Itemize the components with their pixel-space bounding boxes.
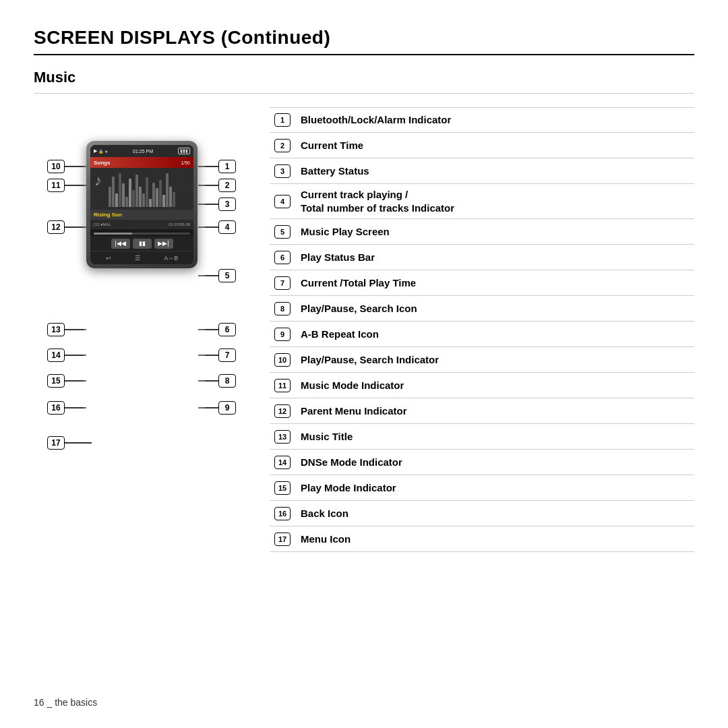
ref-num-box-17: 17 xyxy=(274,533,291,546)
callout-box-3: 3 xyxy=(218,198,236,211)
callout-1: 1 xyxy=(205,160,236,173)
callout-box-12: 12 xyxy=(47,220,65,234)
callout-box-4: 4 xyxy=(218,220,236,234)
ref-row-14: 14DNSe Mode Indicator xyxy=(270,450,694,475)
ref-row-9: 9A-B Repeat Icon xyxy=(270,322,694,347)
vis-bars xyxy=(94,171,190,207)
callout-box-2: 2 xyxy=(218,179,236,192)
ref-num-box-15: 15 xyxy=(274,481,291,495)
ref-num-box-8: 8 xyxy=(274,302,291,315)
callout-11: 11 xyxy=(47,179,84,192)
callout-line-7 xyxy=(205,355,218,356)
progress-bar-fill xyxy=(94,233,132,235)
section-title: Music xyxy=(34,69,694,86)
callout-box-10: 10 xyxy=(47,160,65,173)
ref-row-6: 6Play Status Bar xyxy=(270,245,694,270)
callout-box-14: 14 xyxy=(47,348,65,362)
ref-row-1: 1Bluetooth/Lock/Alarm Indicator xyxy=(270,107,694,133)
callout-box-9: 9 xyxy=(218,401,236,415)
ref-label-13: Music Title xyxy=(295,424,694,449)
content-area: 10 11 12 13 xyxy=(34,107,694,684)
back-icon[interactable]: ↩ xyxy=(106,255,111,262)
callout-17: 17 xyxy=(47,436,92,450)
ref-num-box-9: 9 xyxy=(274,328,291,341)
ref-row-15: 15Play Mode Indicator xyxy=(270,475,694,501)
device-screen-outer: ▶ 🔒 ★ 01:25 PM ▮▮▮ Songs 1/50 xyxy=(86,141,198,268)
callout-7: 7 xyxy=(205,348,236,362)
next-button[interactable]: ▶▶| xyxy=(154,239,173,249)
screen-title-bar: Songs 1/50 xyxy=(90,157,193,168)
ref-num-box-10: 10 xyxy=(274,353,291,367)
ref-num-cell-14: 14 xyxy=(270,450,295,475)
callout-line-15 xyxy=(65,380,84,382)
ref-num-box-3: 3 xyxy=(274,164,291,178)
section-divider xyxy=(34,93,694,94)
ref-num-cell-5: 5 xyxy=(270,219,295,244)
ref-num-cell-13: 13 xyxy=(270,424,295,449)
callout-3: 3 xyxy=(205,198,236,211)
device-mockup: ▶ 🔒 ★ 01:25 PM ▮▮▮ Songs 1/50 xyxy=(86,141,198,268)
ref-num-cell-1: 1 xyxy=(270,108,295,132)
callout-line-9 xyxy=(205,407,218,408)
ref-num-box-13: 13 xyxy=(274,430,291,444)
menu-icon[interactable]: ☰ xyxy=(135,255,140,262)
callout-box-13: 13 xyxy=(47,323,65,336)
ref-label-6: Play Status Bar xyxy=(295,245,694,270)
callout-line-14 xyxy=(65,355,84,356)
progress-bar-bg xyxy=(94,233,190,235)
ref-num-cell-2: 2 xyxy=(270,133,295,158)
ref-row-7: 7Current /Total Play Time xyxy=(270,270,694,296)
ref-label-12: Parent Menu Indicator xyxy=(295,398,694,423)
callout-13: 13 xyxy=(47,323,84,336)
ref-num-cell-8: 8 xyxy=(270,296,295,321)
ref-label-3: Battery Status xyxy=(295,158,694,183)
ref-num-box-1: 1 xyxy=(274,113,291,127)
ref-row-3: 3Battery Status xyxy=(270,158,694,184)
ref-num-cell-7: 7 xyxy=(270,270,295,295)
callout-2: 2 xyxy=(205,179,236,192)
callout-box-17: 17 xyxy=(47,436,65,450)
ab-repeat-icon[interactable]: A↔B xyxy=(164,255,178,262)
callout-line-17 xyxy=(65,442,92,444)
ref-num-box-11: 11 xyxy=(274,379,291,392)
callout-4: 4 xyxy=(205,220,236,234)
ref-label-16: Back Icon xyxy=(295,501,694,526)
callout-line-16 xyxy=(65,407,84,408)
ref-row-4: 4Current track playing /Total number of … xyxy=(270,184,694,219)
callout-14: 14 xyxy=(47,348,84,362)
ref-label-10: Play/Pause, Search Indicator xyxy=(295,347,694,372)
callout-line-4 xyxy=(205,226,218,228)
play-pause-button[interactable]: ▮▮ xyxy=(133,239,152,249)
callout-box-1: 1 xyxy=(218,160,236,173)
ref-label-11: Music Mode Indicator xyxy=(295,373,694,398)
callout-line-10 xyxy=(65,166,84,167)
callout-8: 8 xyxy=(205,374,236,388)
screen-title-text: Songs xyxy=(94,160,110,166)
ref-label-2: Current Time xyxy=(295,133,694,158)
callout-box-8: 8 xyxy=(218,374,236,388)
callout-line-5 xyxy=(205,275,218,276)
ref-row-16: 16Back Icon xyxy=(270,501,694,526)
screen-status-bar: ▶ 🔒 ★ 01:25 PM ▮▮▮ xyxy=(90,145,193,157)
device-area: 10 11 12 13 xyxy=(34,107,249,684)
callout-line-8 xyxy=(205,380,218,382)
ref-label-8: Play/Pause, Search Icon xyxy=(295,296,694,321)
ref-num-cell-16: 16 xyxy=(270,501,295,526)
ref-num-box-12: 12 xyxy=(274,404,291,418)
ref-num-cell-12: 12 xyxy=(270,398,295,423)
callout-box-11: 11 xyxy=(47,179,65,192)
ref-label-17: Menu Icon xyxy=(295,526,694,551)
callout-line-6 xyxy=(205,329,218,330)
callout-line-11 xyxy=(65,185,84,186)
ref-row-11: 11Music Mode Indicator xyxy=(270,373,694,398)
ref-num-box-4: 4 xyxy=(274,195,291,208)
ref-num-cell-15: 15 xyxy=(270,475,295,500)
ref-num-box-6: 6 xyxy=(274,251,291,264)
callout-15: 15 xyxy=(47,374,84,388)
callout-box-6: 6 xyxy=(218,323,236,336)
ref-num-cell-3: 3 xyxy=(270,158,295,183)
screen-progress-area xyxy=(90,229,193,236)
device-screen: ▶ 🔒 ★ 01:25 PM ▮▮▮ Songs 1/50 xyxy=(90,145,193,264)
prev-button[interactable]: |◀◀ xyxy=(111,239,130,249)
ref-row-10: 10Play/Pause, Search Indicator xyxy=(270,347,694,373)
